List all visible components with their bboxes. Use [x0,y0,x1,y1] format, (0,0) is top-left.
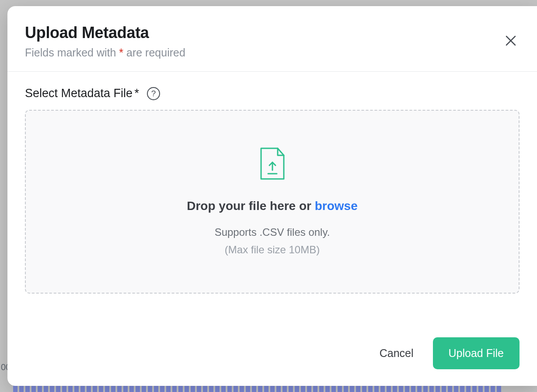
modal-body: Select Metadata File * ? Drop your file … [7,72,537,329]
subtitle-suffix: are required [123,46,185,59]
modal-header: Upload Metadata Fields marked with * are… [7,6,537,72]
file-dropzone[interactable]: Drop your file here or browse Supports .… [25,110,520,294]
cancel-button[interactable]: Cancel [380,347,414,360]
upload-metadata-modal: Upload Metadata Fields marked with * are… [7,6,537,386]
field-required-mark: * [135,87,139,100]
subtitle-prefix: Fields marked with [25,46,119,59]
dropzone-maxsize-text: (Max file size 10MB) [225,244,320,256]
required-asterisk: * [119,46,123,59]
field-label: Select Metadata File [25,87,133,100]
dropzone-text-prefix: Drop your file here or [187,199,315,213]
file-upload-icon [258,147,286,183]
browse-link[interactable]: browse [315,199,358,213]
modal-title: Upload Metadata [25,24,513,42]
close-icon [504,34,517,49]
modal-footer: Cancel Upload File [7,329,537,386]
field-label-row: Select Metadata File * ? [25,87,520,100]
close-button[interactable] [502,32,520,50]
field-label-wrapper: Select Metadata File * [25,87,139,100]
dropzone-text: Drop your file here or browse [187,199,358,213]
upload-file-button[interactable]: Upload File [433,337,520,369]
help-icon[interactable]: ? [147,87,160,100]
dropzone-supports-text: Supports .CSV files only. [215,226,330,238]
help-symbol: ? [151,89,156,98]
modal-subtitle: Fields marked with * are required [25,46,513,59]
